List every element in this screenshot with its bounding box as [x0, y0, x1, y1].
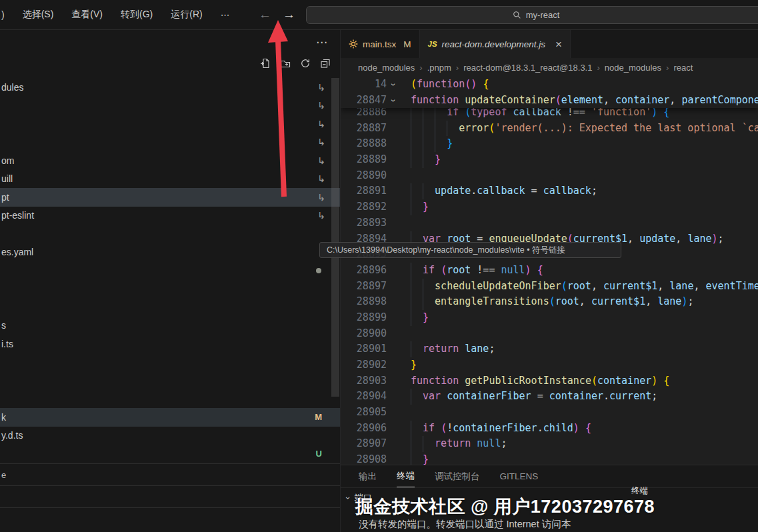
indent-guide [411, 389, 423, 405]
code-token: parentComponent [681, 93, 758, 109]
refresh-icon[interactable] [300, 58, 311, 69]
menu-run[interactable]: 运行(R) [171, 9, 202, 21]
panel-tab-debug-console[interactable]: 调试控制台 [435, 465, 480, 487]
code-line: 28890 [341, 168, 758, 184]
sidebar-section-header[interactable] [0, 485, 340, 507]
menu-partial[interactable]: ) [1, 9, 5, 20]
code-token: . [603, 389, 609, 405]
code-viewport[interactable]: 28886if (typeof callback !== 'function')… [341, 77, 758, 465]
menu-go[interactable]: 转到(G) [121, 9, 153, 21]
sidebar-section-header[interactable] [0, 507, 340, 529]
collapse-all-icon[interactable] [320, 58, 331, 69]
close-icon[interactable]: × [555, 39, 562, 50]
explorer-row[interactable]: ↳ [0, 115, 340, 133]
line-number: 28907 [341, 436, 387, 452]
breadcrumb-item[interactable]: node_modules [605, 63, 661, 73]
explorer-row[interactable] [0, 261, 340, 280]
code-token: } [447, 136, 453, 152]
sidebar-section-header[interactable]: e [0, 463, 340, 485]
panel-tab-output[interactable]: 输出 [359, 465, 377, 487]
explorer-row[interactable]: pt↳ [0, 188, 340, 207]
explorer-row[interactable]: kM [0, 408, 340, 427]
explorer-row[interactable]: ↳ [0, 133, 340, 152]
explorer-row[interactable]: i.ts [0, 335, 340, 353]
explorer-row[interactable] [0, 298, 340, 317]
fold-gutter [387, 373, 401, 389]
code-token: callback [477, 183, 525, 199]
code-token: ) [573, 421, 579, 437]
code-token: scheduleUpdateOnFiber [435, 279, 561, 295]
file-label: om [0, 155, 14, 166]
code-token: container [597, 373, 651, 389]
explorer-row[interactable] [0, 280, 340, 299]
code-token: current$1 [603, 279, 657, 295]
code-token: root [555, 294, 579, 310]
chevron-right-icon: › [597, 63, 599, 73]
tab-label: main.tsx [363, 39, 396, 49]
explorer-row[interactable]: om↳ [0, 151, 340, 170]
forward-arrow-icon[interactable]: → [283, 7, 295, 22]
sidebar-scrollbar[interactable] [331, 78, 339, 397]
code-token: } [423, 452, 429, 465]
indent-guide [411, 341, 423, 357]
titlebar: )选择(S)查看(V)转到(G)运行(R)⋯ ← → my-react [0, 0, 758, 30]
more-actions-icon[interactable]: ⋯ [316, 35, 328, 49]
code-token: element [561, 93, 603, 109]
menu-view[interactable]: 查看(V) [71, 9, 103, 21]
command-center-search[interactable]: my-react [306, 6, 758, 24]
nav-history: ← → [259, 0, 295, 29]
editor-tab-react-dom[interactable]: JSreact-dom.development.js× [420, 30, 571, 58]
fold-chevron-icon[interactable]: › [387, 77, 401, 93]
code-line: 28904var containerFiber = container.curr… [341, 389, 758, 405]
editor-tab-main-tsx[interactable]: main.tsxM [341, 30, 420, 58]
code-token: function [411, 373, 459, 389]
back-arrow-icon[interactable]: ← [259, 7, 271, 22]
menu-select[interactable]: 选择(S) [23, 9, 54, 21]
explorer-row[interactable]: s [0, 317, 340, 335]
code-token [435, 421, 441, 437]
code-token: var [423, 389, 441, 405]
panel-tab-gitlens[interactable]: GITLENS [500, 465, 539, 487]
line-number: 28902 [341, 357, 387, 373]
breadcrumb-item[interactable]: node_modules [358, 63, 415, 73]
code-token: null [501, 263, 525, 279]
explorer-row[interactable]: y.d.ts [0, 427, 340, 445]
new-file-icon[interactable] [260, 58, 271, 69]
explorer-row[interactable] [0, 371, 340, 390]
explorer-row[interactable]: U [0, 445, 340, 463]
code-token: containerFiber [447, 389, 531, 405]
explorer-row[interactable]: pt-eslint↳ [0, 207, 340, 225]
explorer-row[interactable]: es.yaml [0, 243, 340, 262]
breadcrumb-item[interactable]: .pnpm [427, 63, 451, 73]
code-line: 28898entangleTransitions(root, current$1… [341, 294, 758, 310]
code-token: return [423, 341, 459, 357]
ports-section-header[interactable]: › 端口 [341, 487, 758, 507]
panel-tab-terminal[interactable]: 终端 [397, 465, 415, 487]
menu-more[interactable]: ⋯ [221, 9, 230, 20]
code-text: } [401, 136, 758, 152]
section-label: e [1, 470, 6, 480]
explorer-row[interactable] [0, 390, 340, 409]
fold-gutter [387, 389, 401, 405]
breadcrumb-item[interactable]: react [673, 63, 693, 73]
code-line: 28899} [341, 310, 758, 326]
explorer-row[interactable]: dules↳ [0, 78, 340, 97]
code-text [401, 326, 758, 342]
code-token: ) [681, 294, 687, 310]
explorer-row[interactable] [0, 353, 340, 372]
explorer-row[interactable]: ↳ [0, 97, 340, 115]
code-text: (function() { [401, 77, 758, 93]
code-token [459, 373, 465, 389]
code-text [401, 405, 758, 421]
fold-gutter [387, 310, 401, 326]
editor-tab-bar: main.tsxMJSreact-dom.development.js× [341, 30, 758, 58]
code-token [531, 263, 537, 279]
fold-chevron-icon[interactable]: › [387, 93, 401, 109]
breadcrumb-item[interactable]: react-dom@18.3.1_react@18.3.1 [463, 63, 592, 73]
explorer-row[interactable] [0, 225, 340, 243]
explorer-row[interactable]: uill↳ [0, 170, 340, 189]
code-lines: 28886if (typeof callback !== 'function')… [341, 105, 758, 465]
new-folder-icon[interactable] [280, 58, 291, 69]
code-token: if [423, 263, 435, 279]
git-status-badge: M [315, 412, 322, 422]
